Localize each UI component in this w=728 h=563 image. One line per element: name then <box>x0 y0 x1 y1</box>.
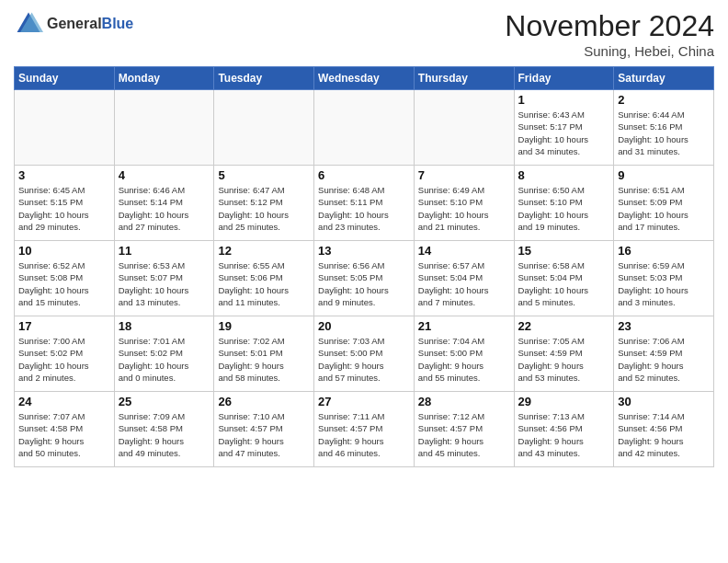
day-number: 27 <box>318 395 410 408</box>
header: GeneralBlue November 2024 Suning, Hebei,… <box>14 9 714 59</box>
table-row: 15Sunrise: 6:58 AMSunset: 5:04 PMDayligh… <box>514 241 614 316</box>
day-number: 15 <box>518 244 610 258</box>
calendar: Sunday Monday Tuesday Wednesday Thursday… <box>14 66 714 467</box>
table-row: 21Sunrise: 7:04 AMSunset: 5:00 PMDayligh… <box>414 316 514 392</box>
table-row: 1Sunrise: 6:43 AMSunset: 5:17 PMDaylight… <box>514 90 614 166</box>
table-row: 5Sunrise: 6:47 AMSunset: 5:12 PMDaylight… <box>214 166 314 241</box>
calendar-week-row: 3Sunrise: 6:45 AMSunset: 5:15 PMDaylight… <box>15 166 714 241</box>
table-row: 18Sunrise: 7:01 AMSunset: 5:02 PMDayligh… <box>114 316 214 392</box>
calendar-week-row: 17Sunrise: 7:00 AMSunset: 5:02 PMDayligh… <box>15 316 714 392</box>
logo-general: General <box>47 16 102 31</box>
day-number: 2 <box>618 93 710 107</box>
calendar-week-row: 10Sunrise: 6:52 AMSunset: 5:08 PMDayligh… <box>15 241 714 316</box>
logo-blue: Blue <box>102 16 134 31</box>
table-row: 13Sunrise: 6:56 AMSunset: 5:05 PMDayligh… <box>314 241 415 316</box>
table-row: 7Sunrise: 6:49 AMSunset: 5:10 PMDaylight… <box>414 166 514 241</box>
day-number: 30 <box>618 395 710 408</box>
logo-text: GeneralBlue <box>47 16 133 32</box>
day-info: Sunrise: 7:13 AMSunset: 4:56 PMDaylight:… <box>518 410 610 459</box>
day-number: 3 <box>18 168 110 182</box>
day-number: 23 <box>618 319 710 333</box>
table-row: 16Sunrise: 6:59 AMSunset: 5:03 PMDayligh… <box>614 241 714 316</box>
day-number: 22 <box>518 319 610 333</box>
day-number: 6 <box>318 168 410 182</box>
day-number: 9 <box>618 168 710 182</box>
table-row: 19Sunrise: 7:02 AMSunset: 5:01 PMDayligh… <box>214 316 314 392</box>
day-info: Sunrise: 7:14 AMSunset: 4:56 PMDaylight:… <box>618 410 710 459</box>
day-number: 25 <box>119 395 210 408</box>
table-row: 8Sunrise: 6:50 AMSunset: 5:10 PMDaylight… <box>514 166 614 241</box>
day-number: 19 <box>218 319 310 333</box>
day-number: 12 <box>218 244 310 258</box>
day-number: 28 <box>418 395 510 408</box>
table-row: 10Sunrise: 6:52 AMSunset: 5:08 PMDayligh… <box>15 241 115 316</box>
title-block: November 2024 Suning, Hebei, China <box>505 9 714 59</box>
table-row: 28Sunrise: 7:12 AMSunset: 4:57 PMDayligh… <box>414 392 514 467</box>
day-info: Sunrise: 7:05 AMSunset: 4:59 PMDaylight:… <box>518 335 610 384</box>
table-row: 20Sunrise: 7:03 AMSunset: 5:00 PMDayligh… <box>314 316 415 392</box>
page: GeneralBlue November 2024 Suning, Hebei,… <box>0 0 728 563</box>
day-info: Sunrise: 6:55 AMSunset: 5:06 PMDaylight:… <box>218 259 310 308</box>
day-info: Sunrise: 6:45 AMSunset: 5:15 PMDaylight:… <box>18 184 110 233</box>
day-number: 26 <box>218 395 310 408</box>
table-row: 25Sunrise: 7:09 AMSunset: 4:58 PMDayligh… <box>114 392 214 467</box>
table-row: 23Sunrise: 7:06 AMSunset: 4:59 PMDayligh… <box>614 316 714 392</box>
day-info: Sunrise: 7:04 AMSunset: 5:00 PMDaylight:… <box>418 335 510 384</box>
day-info: Sunrise: 7:09 AMSunset: 4:58 PMDaylight:… <box>119 410 210 459</box>
day-number: 4 <box>119 168 210 182</box>
table-row: 4Sunrise: 6:46 AMSunset: 5:14 PMDaylight… <box>114 166 214 241</box>
table-row: 30Sunrise: 7:14 AMSunset: 4:56 PMDayligh… <box>614 392 714 467</box>
day-info: Sunrise: 6:57 AMSunset: 5:04 PMDaylight:… <box>418 259 510 308</box>
day-number: 7 <box>418 168 510 182</box>
day-info: Sunrise: 6:56 AMSunset: 5:05 PMDaylight:… <box>318 259 410 308</box>
col-friday: Friday <box>514 67 614 90</box>
table-row: 2Sunrise: 6:44 AMSunset: 5:16 PMDaylight… <box>614 90 714 166</box>
day-number: 18 <box>119 319 210 333</box>
day-info: Sunrise: 6:58 AMSunset: 5:04 PMDaylight:… <box>518 259 610 308</box>
day-info: Sunrise: 6:49 AMSunset: 5:10 PMDaylight:… <box>418 184 510 233</box>
day-info: Sunrise: 7:01 AMSunset: 5:02 PMDaylight:… <box>119 335 210 384</box>
table-row: 9Sunrise: 6:51 AMSunset: 5:09 PMDaylight… <box>614 166 714 241</box>
day-number: 8 <box>518 168 610 182</box>
day-number: 14 <box>418 244 510 258</box>
day-number: 13 <box>318 244 410 258</box>
col-sunday: Sunday <box>15 67 115 90</box>
day-number: 5 <box>218 168 310 182</box>
day-info: Sunrise: 6:50 AMSunset: 5:10 PMDaylight:… <box>518 184 610 233</box>
logo: GeneralBlue <box>14 9 133 39</box>
table-row <box>214 90 314 166</box>
table-row <box>15 90 115 166</box>
calendar-week-row: 24Sunrise: 7:07 AMSunset: 4:58 PMDayligh… <box>15 392 714 467</box>
location: Suning, Hebei, China <box>505 43 714 59</box>
table-row <box>114 90 214 166</box>
table-row: 22Sunrise: 7:05 AMSunset: 4:59 PMDayligh… <box>514 316 614 392</box>
month-title: November 2024 <box>505 9 714 43</box>
day-number: 16 <box>618 244 710 258</box>
table-row: 27Sunrise: 7:11 AMSunset: 4:57 PMDayligh… <box>314 392 415 467</box>
calendar-week-row: 1Sunrise: 6:43 AMSunset: 5:17 PMDaylight… <box>15 90 714 166</box>
day-info: Sunrise: 7:03 AMSunset: 5:00 PMDaylight:… <box>318 335 410 384</box>
day-number: 1 <box>518 93 610 107</box>
day-info: Sunrise: 7:06 AMSunset: 4:59 PMDaylight:… <box>618 335 710 384</box>
col-thursday: Thursday <box>414 67 514 90</box>
table-row: 26Sunrise: 7:10 AMSunset: 4:57 PMDayligh… <box>214 392 314 467</box>
day-info: Sunrise: 6:44 AMSunset: 5:16 PMDaylight:… <box>618 109 710 157</box>
day-info: Sunrise: 7:07 AMSunset: 4:58 PMDaylight:… <box>18 410 110 459</box>
day-number: 17 <box>18 319 110 333</box>
logo-icon <box>14 9 43 39</box>
table-row: 11Sunrise: 6:53 AMSunset: 5:07 PMDayligh… <box>114 241 214 316</box>
table-row <box>314 90 415 166</box>
table-row: 24Sunrise: 7:07 AMSunset: 4:58 PMDayligh… <box>15 392 115 467</box>
col-tuesday: Tuesday <box>214 67 314 90</box>
day-info: Sunrise: 6:52 AMSunset: 5:08 PMDaylight:… <box>18 259 110 308</box>
table-row: 29Sunrise: 7:13 AMSunset: 4:56 PMDayligh… <box>514 392 614 467</box>
day-info: Sunrise: 6:43 AMSunset: 5:17 PMDaylight:… <box>518 109 610 157</box>
calendar-header-row: Sunday Monday Tuesday Wednesday Thursday… <box>15 67 714 90</box>
day-info: Sunrise: 6:47 AMSunset: 5:12 PMDaylight:… <box>218 184 310 233</box>
table-row: 17Sunrise: 7:00 AMSunset: 5:02 PMDayligh… <box>15 316 115 392</box>
day-number: 10 <box>18 244 110 258</box>
day-info: Sunrise: 6:48 AMSunset: 5:11 PMDaylight:… <box>318 184 410 233</box>
day-info: Sunrise: 7:00 AMSunset: 5:02 PMDaylight:… <box>18 335 110 384</box>
table-row: 14Sunrise: 6:57 AMSunset: 5:04 PMDayligh… <box>414 241 514 316</box>
day-number: 20 <box>318 319 410 333</box>
